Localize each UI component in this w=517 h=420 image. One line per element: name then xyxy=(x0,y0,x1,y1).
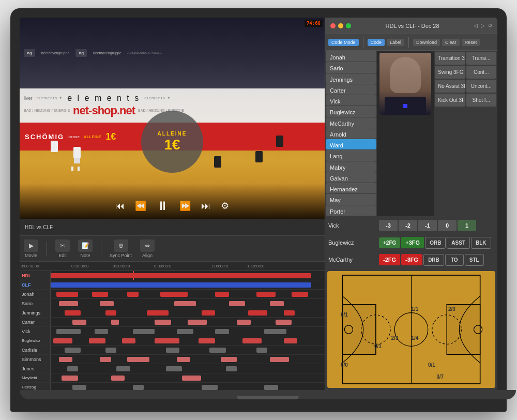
carl-bar-2 xyxy=(105,348,116,353)
arrow-left-icon[interactable]: ◁ xyxy=(474,23,478,28)
mc-neg2fg-button[interactable]: -2FG xyxy=(379,254,400,265)
vick-bar-1 xyxy=(56,329,81,334)
player-porter[interactable]: Porter xyxy=(326,205,376,216)
player-carter[interactable]: Carter xyxy=(326,84,376,95)
code-button[interactable]: Code xyxy=(368,39,385,46)
jones-bar-3 xyxy=(166,366,183,371)
player-lang[interactable]: Lang xyxy=(326,150,376,160)
mc-stl-button[interactable]: STL xyxy=(465,254,484,266)
vick-score-0[interactable]: 0 xyxy=(438,220,457,231)
player-may[interactable]: May xyxy=(326,194,376,204)
track-jones-label: Jones xyxy=(20,364,51,373)
uncont-button[interactable]: Uncont... xyxy=(466,80,497,93)
right-panel-title: HDL vs CLF - Dec 28 xyxy=(385,23,439,29)
jonah-bar-3 xyxy=(127,292,138,297)
player-white-1 xyxy=(71,147,83,168)
clear-button[interactable]: Clear xyxy=(442,39,460,46)
transi-button[interactable]: Transi... xyxy=(466,52,497,65)
player-vick[interactable]: Vick xyxy=(326,95,376,106)
track-mayfield-label: Mayfield xyxy=(20,373,51,382)
track-jonah: Jonah xyxy=(20,290,325,299)
arrow-right-icon[interactable]: ▷ xyxy=(481,23,485,28)
player-jennings[interactable]: Jennings xyxy=(326,73,376,84)
play-pause-button[interactable]: ⏸ xyxy=(157,199,169,213)
player-hernandez[interactable]: Hernandez xyxy=(326,183,376,193)
reset-button[interactable]: Reset xyxy=(462,39,480,46)
track-jennings-content xyxy=(51,308,325,317)
track-hertzog-label: Hertzog xyxy=(20,383,51,390)
no-assist-3fg-button[interactable]: No Assist 3FG xyxy=(435,80,465,93)
movie-icon: ▶ xyxy=(24,239,38,252)
vick-score-pos1[interactable]: 1 xyxy=(458,220,476,231)
player-buglewicz[interactable]: Buglewicz xyxy=(326,106,376,116)
rewind-button[interactable]: ⏪ xyxy=(135,200,146,212)
mc-to-button[interactable]: TO xyxy=(445,254,464,266)
player-jonah[interactable]: Jonah xyxy=(326,51,376,62)
skip-back-button[interactable]: ⏮ xyxy=(115,201,125,212)
jones-bar-2 xyxy=(116,366,130,371)
fast-forward-button[interactable]: ⏩ xyxy=(179,200,191,212)
download-button[interactable]: Download xyxy=(413,39,440,46)
vick-score-neg2[interactable]: -2 xyxy=(399,220,417,231)
maximize-button[interactable] xyxy=(346,23,351,28)
track-carter-label: Carter xyxy=(20,318,51,326)
right-header: HDL vs CLF - Dec 28 ◁ ▷ ↺ xyxy=(325,18,497,34)
cont-button[interactable]: Cont... xyxy=(466,66,497,79)
kick-out-3fg-button[interactable]: Kick Out 3FG xyxy=(435,94,465,107)
player-black-3 xyxy=(214,156,221,168)
player-photo xyxy=(379,53,431,115)
jones-bar-4 xyxy=(226,366,237,371)
player-mccarthy[interactable]: McCarthy xyxy=(326,117,376,128)
bug-orb-button[interactable]: ORB xyxy=(425,237,446,249)
time-5: 1:15:00:0 xyxy=(247,264,264,268)
shot-button[interactable]: Shot I... xyxy=(466,94,497,107)
sim-bar-4 xyxy=(177,357,191,362)
minimize-button[interactable] xyxy=(338,23,343,28)
close-button[interactable] xyxy=(330,23,336,28)
toolbar-note[interactable]: 📝 Note xyxy=(78,239,93,258)
player-arnold[interactable]: Arnold xyxy=(326,128,376,139)
bug-blk-button[interactable]: BLK xyxy=(471,237,491,249)
vick-score-neg1[interactable]: -1 xyxy=(418,220,437,231)
player-black-2 xyxy=(276,136,283,147)
vick-score-neg3[interactable]: -3 xyxy=(379,220,398,231)
swing-3fg-button[interactable]: Swing 3FG xyxy=(435,66,465,79)
settings-button[interactable]: ⚙ xyxy=(221,200,229,212)
toolbar-edit[interactable]: ✂ Edit xyxy=(55,239,70,258)
track-mayfield: Mayfield xyxy=(20,373,325,383)
track-clf-content xyxy=(51,280,325,289)
mc-neg3fg-button[interactable]: -3FG xyxy=(401,254,422,265)
track-carlisle-label: Carlisle xyxy=(20,346,51,354)
svg-rect-7 xyxy=(447,305,480,355)
time-1: 0:10:00:0 xyxy=(71,264,88,268)
player-ward[interactable]: Ward xyxy=(326,139,376,149)
bug-2fg-button[interactable]: +2FG xyxy=(379,237,400,248)
player-sario[interactable]: Sario xyxy=(326,62,376,72)
jonah-bar-1 xyxy=(56,292,78,297)
track-jennings: Jennings xyxy=(20,308,325,318)
vick-bar-4 xyxy=(177,329,193,334)
player-mabry[interactable]: Mabry xyxy=(326,161,376,172)
code-mode-button[interactable]: Code Mode xyxy=(328,39,359,46)
bug-asst-button[interactable]: ASST xyxy=(447,237,470,249)
time-ruler: 0:00 /8:09 0:10:00:0 0:20:00:0 0:30:00:0… xyxy=(20,262,325,271)
sario-bar-5 xyxy=(270,301,284,306)
scoreboard: 74:68 xyxy=(305,20,323,27)
skip-forward-button[interactable]: ⏭ xyxy=(201,201,210,212)
bug-3fg-button[interactable]: +3FG xyxy=(401,237,424,248)
carter-bar-6 xyxy=(276,320,292,325)
player-black-1 xyxy=(255,151,263,162)
track-sario-label: Sario xyxy=(20,299,51,308)
toolbar-movie[interactable]: ▶ Movie xyxy=(24,239,38,258)
time-0: 0:00 /8:09 xyxy=(21,264,39,268)
court-stat-2: 0/1 xyxy=(374,343,382,349)
track-mayfield-content xyxy=(51,373,325,382)
refresh-icon[interactable]: ↺ xyxy=(488,23,492,28)
toolbar-align[interactable]: ⇔ Align xyxy=(140,239,155,258)
label-button[interactable]: Label xyxy=(387,39,404,46)
toolbar-sync[interactable]: ⊕ Sync Point xyxy=(110,239,132,258)
mc-drb-button[interactable]: DRB xyxy=(423,254,444,266)
player-galvan[interactable]: Galvan xyxy=(326,172,376,183)
transition-3fg-button[interactable]: Transition 3FG xyxy=(435,52,465,65)
toolbar-separator-1 xyxy=(47,241,47,257)
